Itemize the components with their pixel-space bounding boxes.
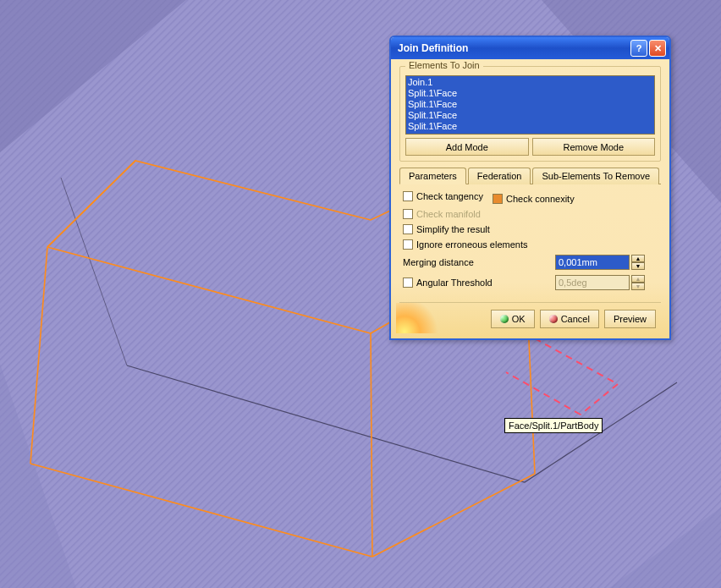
check-manifold-checkbox bbox=[403, 209, 413, 219]
preview-label: Preview bbox=[614, 314, 647, 324]
simplify-result-checkbox[interactable] bbox=[403, 224, 413, 234]
angular-threshold-input bbox=[555, 275, 630, 290]
ok-button[interactable]: OK bbox=[491, 310, 535, 328]
ok-dot-icon bbox=[500, 315, 509, 323]
ignore-erroneous-checkbox[interactable] bbox=[403, 239, 413, 250]
tooltip-text: Face/Split.1/PartBody bbox=[509, 420, 598, 431]
ignore-erroneous-label: Ignore erroneous elements bbox=[416, 239, 527, 250]
tab-parameters[interactable]: Parameters bbox=[399, 168, 466, 184]
check-tangency-checkbox[interactable] bbox=[403, 191, 413, 201]
check-manifold-label: Check manifold bbox=[416, 209, 481, 219]
check-connexity-label: Check connexity bbox=[506, 194, 575, 204]
check-connexity-checkbox[interactable] bbox=[493, 194, 503, 204]
tab-subelements[interactable]: Sub-Elements To Remove bbox=[532, 168, 659, 184]
tabs: Parameters Federation Sub-Elements To Re… bbox=[399, 167, 661, 184]
ok-label: OK bbox=[512, 314, 526, 324]
preview-button[interactable]: Preview bbox=[604, 310, 656, 328]
close-button[interactable]: ✕ bbox=[649, 40, 666, 57]
cancel-label: Cancel bbox=[561, 314, 590, 324]
add-mode-button[interactable]: Add Mode bbox=[405, 138, 529, 156]
list-item[interactable]: Split.1\Face bbox=[408, 110, 652, 121]
remove-mode-button[interactable]: Remove Mode bbox=[532, 138, 656, 156]
list-item[interactable]: Split.1\Face bbox=[408, 99, 652, 110]
tab-federation[interactable]: Federation bbox=[468, 168, 531, 184]
dialog-footer: OK Cancel Preview bbox=[399, 302, 661, 330]
list-item[interactable]: Split.1\Face bbox=[408, 88, 652, 99]
join-definition-dialog: Join Definition ? ✕ Elements To Join Joi… bbox=[389, 36, 671, 340]
merging-spin-up[interactable]: ▲ bbox=[631, 255, 645, 262]
merging-spin-down[interactable]: ▼ bbox=[631, 262, 645, 270]
angular-threshold-checkbox[interactable] bbox=[403, 278, 413, 288]
simplify-result-label: Simplify the result bbox=[416, 224, 490, 234]
merging-distance-label: Merging distance bbox=[403, 257, 555, 267]
angular-spin-down: ▼ bbox=[631, 283, 645, 290]
merging-distance-input[interactable] bbox=[555, 255, 630, 270]
angular-spin-up: ▲ bbox=[631, 275, 645, 283]
list-item[interactable]: Split.1\Face bbox=[408, 121, 652, 132]
list-item[interactable]: Join.1 bbox=[408, 77, 652, 88]
help-button[interactable]: ? bbox=[630, 40, 647, 57]
group-title: Elements To Join bbox=[405, 60, 483, 70]
dialog-title: Join Definition bbox=[398, 42, 629, 54]
angular-threshold-label: Angular Threshold bbox=[416, 278, 493, 288]
dialog-titlebar[interactable]: Join Definition ? ✕ bbox=[391, 37, 669, 59]
elements-listbox[interactable]: Join.1 Split.1\Face Split.1\Face Split.1… bbox=[405, 75, 655, 135]
dialog-body: Elements To Join Join.1 Split.1\Face Spl… bbox=[391, 59, 669, 338]
cancel-dot-icon bbox=[549, 315, 558, 323]
check-tangency-label: Check tangency bbox=[416, 191, 483, 201]
hover-tooltip: Face/Split.1/PartBody bbox=[504, 418, 603, 433]
elements-to-join-group: Elements To Join Join.1 Split.1\Face Spl… bbox=[399, 66, 661, 162]
parameters-panel: Check tangency Check connexity Check man… bbox=[399, 184, 661, 299]
cancel-button[interactable]: Cancel bbox=[540, 310, 599, 328]
decoration-sun bbox=[396, 303, 447, 333]
